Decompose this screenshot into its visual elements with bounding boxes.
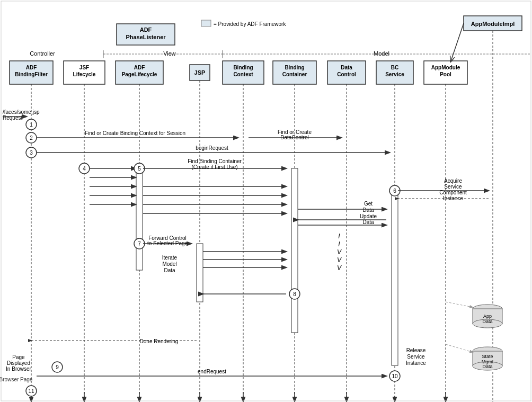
svg-text:Data: Data (482, 364, 492, 369)
svg-text:JSP: JSP (194, 69, 206, 76)
svg-text:10: 10 (392, 373, 398, 379)
svg-text:DataControl: DataControl (280, 135, 308, 140)
svg-text:AppModuleImpl: AppModuleImpl (471, 21, 515, 27)
svg-text:2: 2 (30, 135, 33, 141)
svg-text:Update: Update (360, 213, 377, 219)
svg-line-134 (446, 344, 473, 352)
svg-text:Displayed: Displayed (7, 360, 30, 366)
svg-text:3: 3 (30, 150, 33, 156)
svg-text:Data: Data (341, 65, 352, 70)
svg-text:JSF: JSF (79, 65, 89, 70)
svg-text:11: 11 (28, 388, 34, 394)
svg-text:PageLifecycle: PageLifecycle (122, 72, 157, 77)
svg-text:PhaseListener: PhaseListener (126, 34, 166, 40)
svg-text:Service: Service (444, 184, 462, 190)
svg-text:1: 1 (30, 122, 33, 128)
svg-text:V: V (337, 248, 342, 256)
svg-text:State: State (482, 354, 493, 359)
svg-text:to Selected Page: to Selected Page (147, 240, 188, 246)
svg-text:Release: Release (406, 347, 426, 353)
svg-text:Find or Create Binding Context: Find or Create Binding Context for Sessi… (85, 130, 185, 136)
svg-text:Control: Control (337, 72, 356, 77)
svg-text:Controller: Controller (30, 50, 55, 57)
svg-text:Acquire: Acquire (444, 178, 462, 184)
svg-text:Instance: Instance (443, 195, 463, 201)
svg-text:BC: BC (391, 65, 398, 70)
svg-text:Browser Page: Browser Page (0, 377, 33, 382)
svg-text:App: App (483, 314, 492, 319)
svg-text:Data: Data (362, 207, 374, 213)
svg-text:Component: Component (439, 190, 467, 195)
svg-text:4: 4 (83, 166, 86, 172)
svg-text:Service: Service (407, 354, 425, 360)
svg-line-127 (446, 302, 473, 307)
svg-rect-5 (201, 20, 211, 26)
svg-text:Context: Context (233, 72, 253, 77)
svg-rect-76 (291, 168, 298, 333)
svg-text:5: 5 (138, 166, 141, 172)
svg-text:Request: Request (3, 115, 22, 121)
sequence-diagram-svg: ADF PhaseListener AppModuleImpl = Provid… (0, 0, 532, 402)
svg-text:V: V (337, 264, 342, 272)
svg-text:I: I (338, 240, 340, 248)
svg-text:Service: Service (385, 72, 404, 77)
svg-text:ADF: ADF (26, 65, 37, 70)
svg-text:AppModule: AppModule (431, 65, 460, 70)
svg-text:Pool: Pool (440, 72, 451, 77)
svg-text:Data: Data (164, 267, 175, 273)
svg-rect-105 (197, 244, 203, 302)
svg-text:In Browser: In Browser (6, 366, 31, 372)
svg-text:ADF: ADF (134, 65, 145, 70)
svg-text:Binding: Binding (233, 65, 253, 70)
svg-text:9: 9 (56, 364, 59, 370)
svg-rect-66 (136, 164, 143, 270)
svg-text:Data: Data (482, 319, 492, 324)
svg-text:Page: Page (12, 354, 25, 360)
svg-text:8: 8 (293, 291, 296, 297)
svg-text:I: I (338, 233, 340, 240)
svg-text:= Provided by ADF Framework: = Provided by ADF Framework (214, 21, 286, 27)
svg-text:View: View (163, 50, 176, 57)
svg-text:Get: Get (364, 201, 373, 207)
svg-text:Container: Container (282, 72, 307, 77)
svg-text:V: V (337, 256, 342, 264)
svg-text:endRequest: endRequest (198, 369, 226, 374)
svg-line-158 (451, 23, 464, 61)
svg-text:ADF: ADF (140, 26, 152, 33)
svg-text:Find Binding Container: Find Binding Container (188, 158, 242, 164)
svg-text:/faces/some.jsp: /faces/some.jsp (3, 109, 40, 115)
svg-text:Binding: Binding (285, 65, 304, 70)
svg-text:Lifecycle: Lifecycle (73, 72, 96, 77)
svg-text:Model: Model (162, 261, 176, 267)
svg-text:beginRequest: beginRequest (196, 145, 228, 151)
diagram-container: ADF PhaseListener AppModuleImpl = Provid… (0, 0, 532, 402)
svg-text:Instance: Instance (406, 360, 426, 366)
svg-text:BindingFilter: BindingFilter (15, 72, 48, 77)
svg-text:Done Rendering: Done Rendering (140, 338, 179, 344)
svg-text:(Create if First Use): (Create if First Use) (191, 164, 237, 170)
svg-text:6: 6 (393, 188, 396, 194)
svg-text:7: 7 (138, 241, 141, 247)
svg-text:Data: Data (362, 219, 374, 225)
svg-text:Model: Model (374, 50, 389, 57)
svg-text:Iterate: Iterate (162, 255, 178, 261)
svg-rect-84 (392, 191, 398, 365)
